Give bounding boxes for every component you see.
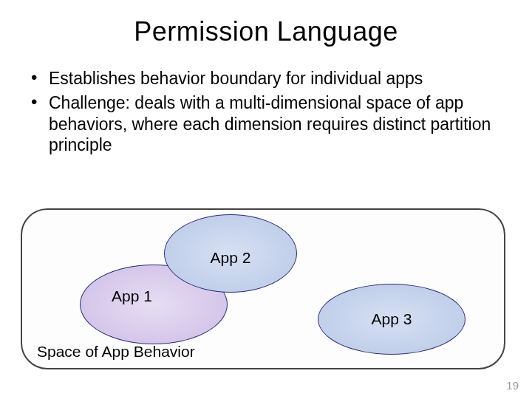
bullet-list: Establishes behavior boundary for indivi… — [27, 68, 505, 156]
app3-ellipse: App 3 — [318, 284, 466, 355]
diagram-caption: Space of App Behavior — [37, 343, 195, 361]
bullet-item: Challenge: deals with a multi-dimensiona… — [30, 92, 505, 156]
page-number: 19 — [506, 379, 519, 392]
behavior-space-diagram: App 1 App 2 App 3 Space of App Behavior — [21, 208, 505, 369]
app3-label: App 3 — [372, 310, 412, 328]
app1-label: App 1 — [112, 287, 152, 305]
bullet-item: Establishes behavior boundary for indivi… — [30, 68, 505, 89]
app2-ellipse: App 2 — [164, 214, 297, 293]
slide: Permission Language Establishes behavior… — [0, 0, 532, 399]
app2-label: App 2 — [211, 249, 251, 267]
slide-title: Permission Language — [27, 16, 505, 47]
